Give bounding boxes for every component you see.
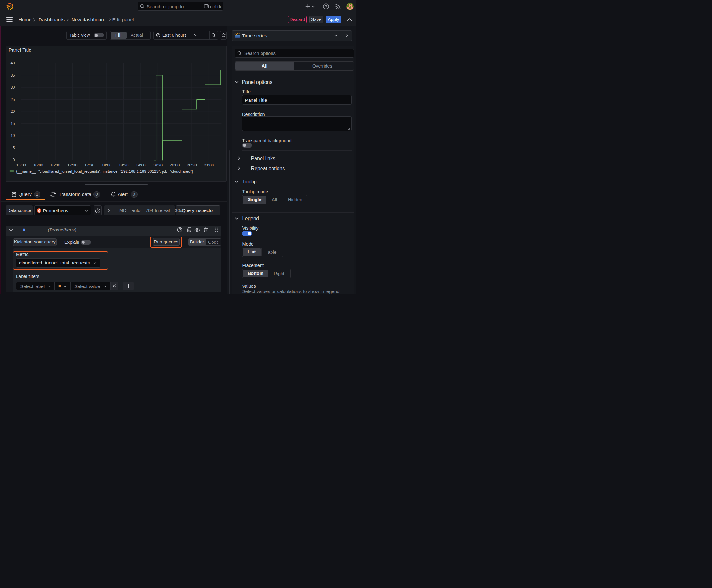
svg-text:17:30: 17:30 bbox=[84, 163, 94, 167]
svg-text:10: 10 bbox=[10, 133, 15, 138]
svg-text:15: 15 bbox=[10, 122, 15, 126]
svg-text:40: 40 bbox=[10, 61, 15, 65]
svg-text:21:00: 21:00 bbox=[204, 163, 214, 167]
svg-text:5: 5 bbox=[13, 146, 15, 150]
svg-text:20:30: 20:30 bbox=[187, 163, 197, 167]
svg-text:17:00: 17:00 bbox=[67, 163, 78, 167]
svg-text:0: 0 bbox=[13, 158, 15, 162]
svg-text:16:30: 16:30 bbox=[50, 163, 60, 167]
svg-text:19:30: 19:30 bbox=[153, 163, 163, 167]
svg-text:25: 25 bbox=[10, 97, 15, 102]
svg-text:18:30: 18:30 bbox=[118, 163, 129, 167]
svg-text:{__name__="cloudflared_tunnel_: {__name__="cloudflared_tunnel_total_requ… bbox=[16, 169, 193, 174]
svg-text:19:00: 19:00 bbox=[136, 163, 146, 167]
svg-text:20: 20 bbox=[10, 109, 15, 114]
svg-text:15:30: 15:30 bbox=[16, 163, 26, 167]
svg-text:18:00: 18:00 bbox=[102, 163, 111, 167]
svg-text:35: 35 bbox=[10, 73, 15, 78]
svg-text:20:00: 20:00 bbox=[170, 163, 180, 167]
svg-text:16:00: 16:00 bbox=[33, 163, 43, 167]
svg-text:30: 30 bbox=[10, 85, 15, 89]
